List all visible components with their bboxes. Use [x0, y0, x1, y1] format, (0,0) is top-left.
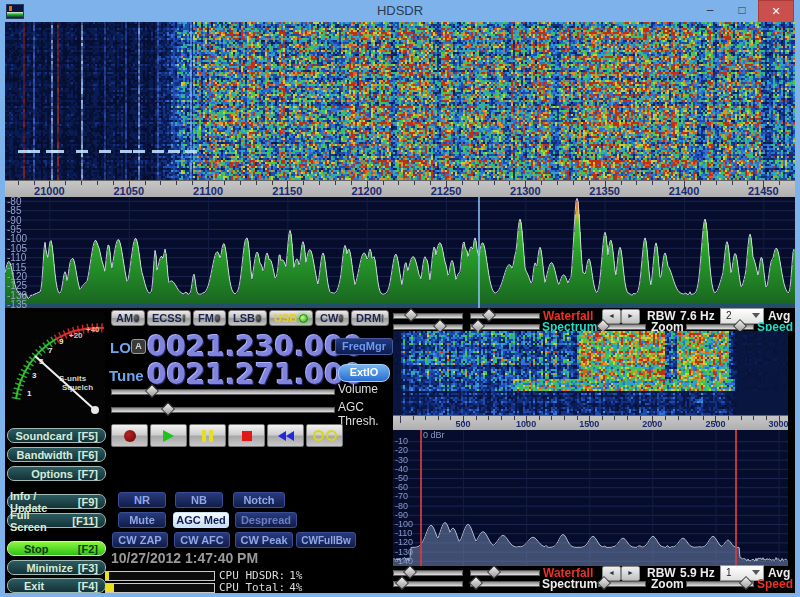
- maximize-window-button[interactable]: □: [728, 0, 756, 21]
- lo-label: LO: [110, 339, 131, 356]
- rf-spectrum-display[interactable]: -80-85-90-95-100-105-110-115-120-125-130…: [5, 197, 795, 308]
- af-spectrum-display[interactable]: 0 dBr -10-20-30-40-50-60-70-80-90-100-11…: [393, 430, 788, 566]
- despread-button[interactable]: Despread: [235, 512, 297, 528]
- chevron-down-icon: [752, 570, 760, 575]
- s-meter-label: +40: [86, 325, 100, 334]
- pause-button[interactable]: [189, 424, 226, 447]
- options-button[interactable]: Options[F7]: [7, 466, 106, 481]
- nr-button[interactable]: NR: [118, 492, 166, 508]
- rf-speed-slider[interactable]: [686, 321, 754, 331]
- lo-a-badge[interactable]: A: [131, 339, 146, 354]
- freqmgr-button[interactable]: FreqMgr: [335, 338, 393, 355]
- scale-tick: [476, 416, 477, 420]
- af-frequency-scale[interactable]: 50010001500200025003000: [393, 415, 788, 431]
- scale-tick: [716, 181, 717, 185]
- passband-high-marker[interactable]: [735, 430, 737, 566]
- scale-tick: [678, 416, 679, 420]
- mode-button-am[interactable]: AM: [111, 310, 145, 326]
- af-ref-label: 0 dBr: [423, 430, 445, 440]
- scale-tick: [640, 416, 641, 420]
- audio-panel: Waterfall ◄ ► RBW 7.6 Hz 2 Avg Spectrum …: [390, 308, 795, 593]
- cw-zap-button[interactable]: CW ZAP: [112, 532, 168, 548]
- soundcard-button[interactable]: Soundcard[F5]: [7, 428, 106, 443]
- scale-tick-label: 2000: [642, 419, 662, 429]
- af-waterfall-display[interactable]: [393, 331, 788, 415]
- s-meter-label: 3: [32, 371, 37, 380]
- scale-tick: [602, 416, 603, 420]
- record-button[interactable]: [111, 424, 148, 447]
- mode-button-usb[interactable]: USB: [269, 310, 313, 326]
- mode-button-cw[interactable]: CW: [315, 310, 349, 326]
- af-zoom-slider[interactable]: [598, 578, 646, 588]
- minimize-window-button[interactable]: –: [696, 0, 724, 21]
- s-meter-label: 1: [27, 389, 32, 398]
- af-speed-slider[interactable]: [686, 578, 754, 588]
- cw-fullbw-button[interactable]: CWFullBw: [296, 532, 356, 548]
- rf-spectrum-canvas[interactable]: [5, 197, 795, 308]
- mode-led: [299, 314, 308, 323]
- scale-tick: [450, 416, 451, 420]
- s-meter[interactable]: 1 3 5 7 9 +20 +40 S-units Squelch: [7, 312, 105, 426]
- recording-settings-button[interactable]: [306, 424, 343, 447]
- rf-spectrum-range-slider[interactable]: [470, 321, 540, 331]
- mode-button-ecss[interactable]: ECSS: [147, 310, 191, 326]
- scale-tick: [541, 181, 542, 185]
- stop-playback-button[interactable]: [228, 424, 265, 447]
- scale-tick: [753, 416, 754, 420]
- scale-tick: [700, 181, 701, 185]
- scale-tick-label: 2500: [705, 419, 725, 429]
- rf-waterfall-contrast-slider[interactable]: [470, 310, 540, 320]
- volume-slider[interactable]: [111, 386, 335, 396]
- info-update-button[interactable]: Info / Update[F9]: [7, 494, 106, 509]
- cw-afc-button[interactable]: CW AFC: [174, 532, 230, 548]
- cw-peak-button[interactable]: CW Peak: [235, 532, 293, 548]
- scale-tick: [65, 181, 66, 185]
- af-waterfall-contrast-slider[interactable]: [470, 567, 540, 577]
- scale-tick: [627, 416, 628, 420]
- mode-button-fm[interactable]: FM: [193, 310, 226, 326]
- mute-button[interactable]: Mute: [118, 512, 166, 528]
- rewind-button[interactable]: [267, 424, 304, 447]
- rf-spectrum-ref-slider[interactable]: [393, 321, 463, 331]
- notch-button[interactable]: Notch: [233, 492, 285, 508]
- close-window-button[interactable]: ✕: [758, 0, 794, 23]
- passband-low-marker[interactable]: [420, 430, 422, 566]
- s-meter-label: 9: [59, 337, 64, 346]
- scale-tick: [224, 181, 225, 185]
- fullscreen-button[interactable]: Full Screen[F11]: [7, 513, 106, 528]
- mode-button-drm[interactable]: DRM: [351, 310, 389, 326]
- scale-tick: [564, 416, 565, 420]
- stop-button[interactable]: Stop[F2]: [7, 541, 106, 556]
- rf-frequency-scale[interactable]: 2100021050211002115021200212502130021350…: [5, 180, 795, 198]
- bandwidth-button[interactable]: Bandwidth[F6]: [7, 447, 106, 462]
- cpu-total-label: CPU Total:: [219, 581, 285, 594]
- scale-tick: [636, 181, 637, 185]
- agc-threshold-slider[interactable]: [111, 404, 335, 414]
- exit-button[interactable]: Exit[F4]: [7, 578, 106, 593]
- mode-selector: AM ECSS FM LSB USB CW DRM: [111, 310, 389, 326]
- rf-waterfall-brightness-slider[interactable]: [393, 310, 463, 320]
- mode-button-lsb[interactable]: LSB: [228, 310, 267, 326]
- volume-label: Volume: [338, 382, 378, 396]
- agc-med-button[interactable]: AGC Med: [173, 512, 229, 528]
- extio-button[interactable]: ExtIO: [338, 364, 390, 382]
- scale-tick-label: 21400: [669, 185, 700, 197]
- scale-tick: [383, 181, 384, 185]
- af-spectrum-range-slider[interactable]: [470, 578, 540, 588]
- rf-waterfall-display[interactable]: [5, 22, 795, 180]
- af-spectrum-canvas[interactable]: [393, 430, 788, 566]
- titlebar: HDSDR – □ ✕: [0, 0, 800, 22]
- scale-tick-label: 500: [456, 419, 471, 429]
- tune-marker-line: [478, 197, 480, 308]
- nb-button[interactable]: NB: [175, 492, 223, 508]
- minimize-button[interactable]: Minimize[F3]: [7, 560, 106, 575]
- scale-tick-label: 21350: [589, 185, 620, 197]
- play-button[interactable]: [150, 424, 187, 447]
- af-waterfall-brightness-slider[interactable]: [393, 567, 463, 577]
- record-icon: [124, 430, 136, 442]
- af-spectrum-ref-slider[interactable]: [393, 578, 463, 588]
- af-spectrum-toggle[interactable]: Spectrum: [542, 577, 597, 591]
- scale-tick: [18, 181, 19, 185]
- rf-zoom-slider[interactable]: [598, 321, 646, 331]
- mode-led: [338, 314, 344, 323]
